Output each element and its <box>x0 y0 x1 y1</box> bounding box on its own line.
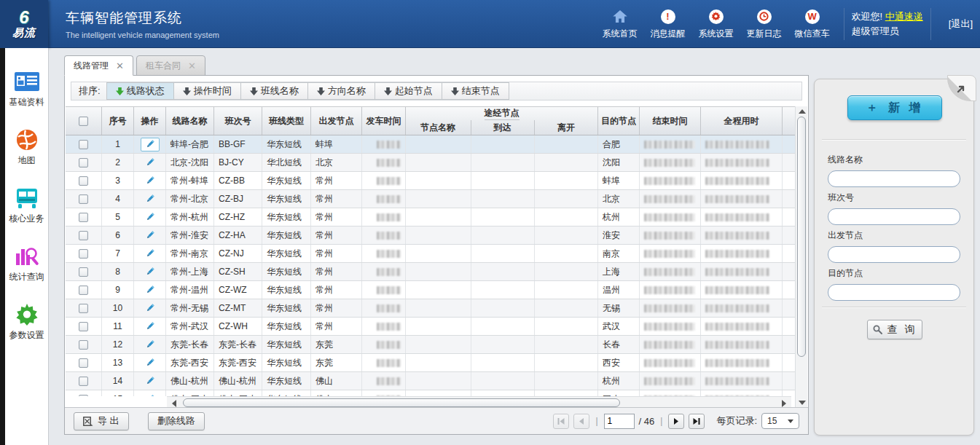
page-size-select[interactable]: 15 <box>761 413 799 429</box>
table-row[interactable]: 8 常州-上海 CZ-SH 华东短线 常州 上海 <box>66 263 807 281</box>
vertical-scrollbar-thumb[interactable] <box>797 117 806 357</box>
edit-button[interactable] <box>141 283 160 297</box>
col-code[interactable]: 班次号 <box>214 107 262 135</box>
table-row[interactable]: 2 北京-沈阳 BJ-CY 华北短线 北京 沈阳 <box>66 154 807 172</box>
sort-route-name[interactable]: 班线名称 <box>241 82 308 100</box>
col-type[interactable]: 班线类型 <box>262 107 311 135</box>
col-from[interactable]: 出发节点 <box>311 107 362 135</box>
tab-line-management[interactable]: 线路管理 ✕ <box>64 55 133 76</box>
prev-page-button[interactable] <box>573 414 589 429</box>
horizontal-scrollbar-thumb[interactable] <box>183 398 620 407</box>
logout-link[interactable]: [退出] <box>949 17 973 31</box>
row-checkbox[interactable] <box>79 140 88 149</box>
table-row[interactable]: 3 常州-蚌埠 CZ-BB 华东短线 常州 蚌埠 <box>66 172 807 190</box>
edit-button[interactable] <box>141 192 160 206</box>
search-button[interactable]: 查 询 <box>867 320 922 339</box>
sort-end-node[interactable]: 结束节点 <box>442 82 509 100</box>
vertical-scrollbar[interactable] <box>795 106 807 409</box>
table-row[interactable]: 5 常州-杭州 CZ-HZ 华东短线 常州 杭州 <box>66 208 807 227</box>
nav-settings[interactable]: 系统设置 <box>692 8 740 40</box>
col-arrive[interactable]: 到达 <box>471 120 535 135</box>
row-checkbox[interactable] <box>79 358 88 368</box>
edit-button[interactable] <box>141 374 160 388</box>
row-checkbox[interactable] <box>79 340 88 350</box>
col-end[interactable]: 结束时间 <box>640 107 701 135</box>
scroll-down-icon[interactable] <box>799 401 806 405</box>
row-checkbox[interactable] <box>79 213 88 222</box>
edit-button[interactable] <box>141 320 160 334</box>
table-row[interactable]: 15 佛山-三水 佛山-三水 华东短线 佛山 三水 <box>66 390 807 396</box>
row-checkbox[interactable] <box>79 304 88 313</box>
route-name-input[interactable] <box>828 170 960 187</box>
table-row[interactable]: 14 佛山-杭州 佛山-杭州 华东短线 佛山 杭州 <box>66 372 807 390</box>
table-row[interactable]: 6 常州-淮安 CZ-HA 华东短线 常州 淮安 <box>66 227 807 245</box>
sort-line-status[interactable]: 线路状态 <box>106 82 174 100</box>
sort-operate-time[interactable]: 操作时间 <box>174 82 241 100</box>
col-depart[interactable]: 发车时间 <box>362 107 406 135</box>
edit-button[interactable] <box>141 174 160 188</box>
col-op[interactable]: 操作 <box>134 107 166 135</box>
row-checkbox[interactable] <box>79 176 88 186</box>
close-icon[interactable]: ✕ <box>188 60 196 71</box>
edit-button[interactable] <box>141 229 160 243</box>
table-row[interactable]: 4 常州-北京 CZ-BJ 华东短线 常州 北京 <box>66 190 807 208</box>
row-checkbox[interactable] <box>79 267 88 277</box>
company-link[interactable]: 中通速递 <box>885 11 923 22</box>
sort-start-node[interactable]: 起始节点 <box>375 82 442 100</box>
edit-button[interactable] <box>141 356 160 370</box>
table-row[interactable]: 11 常州-武汉 CZ-WH 华东短线 常州 武汉 <box>66 318 807 336</box>
table-row[interactable]: 12 东莞-长春 东莞-长春 华东短线 东莞 长春 <box>66 336 807 354</box>
panel-pin-corner[interactable] <box>947 75 976 101</box>
dest-node-input[interactable] <box>828 284 960 301</box>
col-dest[interactable]: 目的节点 <box>598 107 640 135</box>
row-checkbox[interactable] <box>79 249 88 259</box>
edit-button[interactable] <box>141 247 160 261</box>
nav-home[interactable]: 系统首页 <box>596 8 644 40</box>
col-dur[interactable]: 全程用时 <box>701 107 783 135</box>
next-page-button[interactable] <box>668 414 684 429</box>
row-checkbox[interactable] <box>79 322 88 331</box>
tab-rental-contract[interactable]: 租车合同 ✕ <box>136 55 205 76</box>
col-node-name[interactable]: 节点名称 <box>406 120 471 135</box>
row-checkbox[interactable] <box>79 194 88 204</box>
close-icon[interactable]: ✕ <box>116 60 124 71</box>
export-button[interactable]: 导 出 <box>74 412 129 430</box>
start-node-input[interactable] <box>828 246 960 263</box>
row-checkbox[interactable] <box>79 377 88 386</box>
scroll-left-icon[interactable] <box>172 400 176 407</box>
trip-code-input[interactable] <box>828 208 960 225</box>
table-row[interactable]: 9 常州-温州 CZ-WZ 华东短线 常州 温州 <box>66 281 807 299</box>
scroll-right-icon[interactable] <box>782 400 786 407</box>
delete-route-button[interactable]: 删除线路 <box>148 412 205 430</box>
sidebar-item-parameters[interactable]: 参数设置 <box>5 291 48 350</box>
edit-button[interactable] <box>141 302 160 315</box>
scroll-up-icon[interactable] <box>799 109 806 114</box>
table-row[interactable]: 1 蚌埠-合肥 BB-GF 华东短线 蚌埠 合肥 <box>66 135 807 154</box>
select-all-checkbox[interactable] <box>79 117 88 126</box>
table-row[interactable]: 13 东莞-西安 东莞-西安 华东短线 东莞 西安 <box>66 354 807 372</box>
last-page-button[interactable] <box>689 414 705 429</box>
sidebar-item-base-data[interactable]: 基础资料 <box>5 58 48 117</box>
add-route-button[interactable]: ＋ 新 增 <box>847 95 942 120</box>
sidebar-item-core-business[interactable]: 核心业务 <box>5 175 48 233</box>
row-checkbox[interactable] <box>79 395 88 397</box>
edit-button[interactable] <box>141 338 160 352</box>
row-checkbox[interactable] <box>79 158 88 168</box>
page-number-input[interactable] <box>604 414 635 429</box>
row-checkbox[interactable] <box>79 231 88 240</box>
col-name[interactable]: 线路名称 <box>166 107 214 135</box>
edit-button[interactable] <box>141 393 160 397</box>
nav-changelog[interactable]: 更新日志 <box>740 8 788 40</box>
sidebar-item-statistics[interactable]: 统计查询 <box>5 233 48 291</box>
col-seq[interactable]: 序号 <box>102 107 134 135</box>
nav-messages[interactable]: ! 消息提醒 <box>644 8 692 40</box>
sidebar-item-map[interactable]: 地图 <box>5 117 48 175</box>
edit-button[interactable] <box>141 138 160 151</box>
table-row[interactable]: 7 常州-南京 CZ-NJ 华东短线 常州 南京 <box>66 245 807 263</box>
col-leave[interactable]: 离开 <box>535 120 598 135</box>
first-page-button[interactable] <box>553 414 569 429</box>
edit-button[interactable] <box>141 265 160 279</box>
sort-direction-name[interactable]: 方向名称 <box>308 82 375 100</box>
table-row[interactable]: 10 常州-无锡 CZ-MT 华东短线 常州 无锡 <box>66 299 807 318</box>
row-checkbox[interactable] <box>79 285 88 295</box>
